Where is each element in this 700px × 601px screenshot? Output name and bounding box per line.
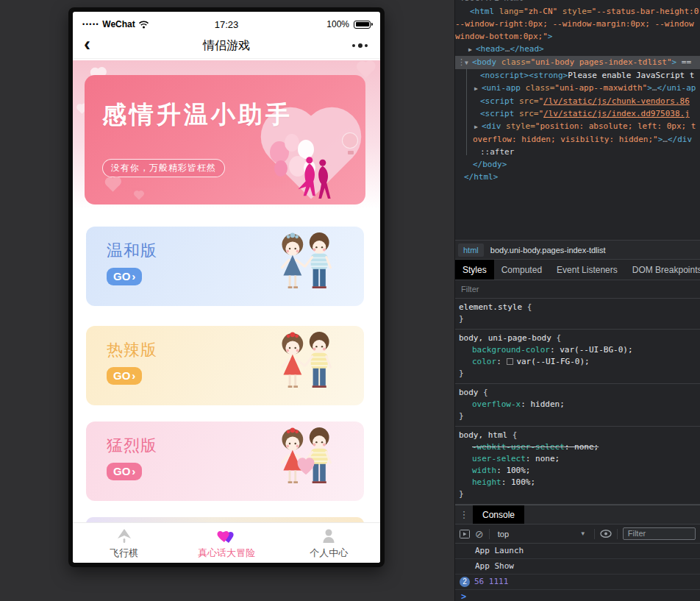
- phone-frame: ••••• WeChat 17:23 100% ‹ 情侣游戏: [68, 7, 385, 567]
- css-property[interactable]: width: 100%;: [459, 465, 699, 477]
- go-button[interactable]: GO›: [107, 463, 142, 480]
- tab-computed[interactable]: Computed: [494, 260, 549, 280]
- card-mild-version[interactable]: 温和版 GO›: [86, 227, 364, 306]
- css-property[interactable]: -webkit-user-select: none;: [459, 441, 699, 453]
- css-property[interactable]: color: var(--UI-FG-0);: [459, 356, 699, 368]
- breadcrumb: html body.uni-body.pages-index-tdlist: [455, 240, 700, 260]
- css-rule[interactable]: body, uni-page-body {background-color: v…: [455, 330, 700, 384]
- elements-tree-line[interactable]: ⋮▼<body class="uni-body pages-index-tdli…: [455, 56, 700, 69]
- elements-tree-line[interactable]: ::after: [455, 146, 700, 158]
- elements-tree-line[interactable]: ▶<div style="position: absolute; left: 0…: [455, 120, 700, 133]
- console-sidebar-icon[interactable]: [460, 530, 470, 538]
- heart-decoration-icon: [106, 178, 119, 191]
- go-button[interactable]: GO›: [107, 367, 142, 385]
- go-button[interactable]: GO›: [107, 268, 142, 285]
- console-tab-row: ⋮ Console: [455, 505, 700, 524]
- back-chevron-icon[interactable]: ‹: [84, 32, 90, 57]
- chevron-down-icon: ▼: [580, 530, 586, 537]
- heart-decoration-icon: [135, 191, 143, 199]
- css-property[interactable]: background-color: var(--UI-BG-0);: [459, 344, 699, 356]
- couple-illustration: [274, 425, 339, 499]
- page-title: 情侣游戏: [73, 34, 380, 57]
- console-log-row[interactable]: App Show: [455, 559, 700, 575]
- console-context-select[interactable]: top ▼: [495, 530, 589, 538]
- phone-screen: ••••• WeChat 17:23 100% ‹ 情侣游戏: [73, 12, 380, 563]
- css-rule[interactable]: element.style {}: [455, 299, 700, 330]
- elements-tree-line[interactable]: <script src="/lv/static/js/chunk-vendors…: [455, 95, 700, 107]
- elements-tree-line[interactable]: </body>: [455, 158, 700, 171]
- nav-bar: ‹ 情侣游戏: [73, 34, 380, 59]
- screenshot-stage: ••••• WeChat 17:23 100% ‹ 情侣游戏: [0, 0, 700, 601]
- css-property[interactable]: height: 100%;: [459, 477, 699, 488]
- chevron-right-icon: ›: [132, 465, 135, 477]
- chevron-right-icon: ›: [132, 270, 135, 282]
- tab-truth-or-dare[interactable]: 真心话大冒险: [175, 523, 277, 563]
- expand-arrow-icon[interactable]: ▶: [474, 121, 482, 133]
- elements-tree-line[interactable]: </html>: [455, 171, 700, 183]
- inspector-tabs: Styles Computed Event Listeners DOM Brea…: [455, 260, 700, 280]
- color-swatch[interactable]: [507, 358, 513, 365]
- repeat-count-badge: 2: [460, 577, 470, 587]
- clear-console-icon[interactable]: ⊘: [475, 529, 484, 539]
- expand-arrow-icon[interactable]: ▶: [474, 82, 482, 95]
- elements-tree-line[interactable]: <html lang="zh-CN" style="--status-bar-h…: [455, 5, 700, 18]
- double-heart-icon: [217, 528, 236, 544]
- tree-indent-guide: [466, 68, 467, 155]
- card-intense-version[interactable]: 猛烈版 GO›: [86, 422, 364, 501]
- tab-styles[interactable]: Styles: [455, 260, 494, 280]
- elements-tree-line[interactable]: <noscript><strong>Please enable JavaScri…: [455, 69, 700, 82]
- elements-tree-line[interactable]: <script src="/lv/static/js/index.dd97503…: [455, 107, 700, 120]
- elements-tree-line[interactable]: overflow: hidden; visibility: hidden;">……: [455, 133, 700, 146]
- devtools-panel: <!DOCTYPE html> <html lang="zh-CN" style…: [454, 0, 700, 601]
- card-title: 猛烈版: [107, 435, 157, 457]
- elements-tree-line[interactable]: ▶<head>…</head>: [455, 43, 700, 56]
- css-property[interactable]: overflow-x: hidden;: [459, 399, 699, 410]
- elements-tree-line[interactable]: --window-right:0px; --window-margin:0px;…: [455, 18, 700, 30]
- dancing-couple-silhouette: [295, 154, 335, 202]
- status-bar: ••••• WeChat 17:23 100%: [73, 12, 380, 34]
- couple-illustration: [274, 330, 339, 403]
- card-title: 热辣版: [107, 339, 157, 361]
- console-log-row[interactable]: App Launch: [455, 544, 700, 559]
- elements-tree: <!DOCTYPE html> <html lang="zh-CN" style…: [455, 0, 700, 240]
- tab-dom-breakpoints[interactable]: DOM Breakpoints: [625, 260, 700, 280]
- couple-illustration: [274, 230, 339, 304]
- clipped-doctype-line: <!DOCTYPE html>: [455, 0, 700, 5]
- promo-banner[interactable]: 感情升温小助手 没有你，万般精彩皆枉然: [85, 75, 365, 205]
- bottom-tab-bar: 飞行棋 真心话大冒险 个人中心: [73, 522, 380, 563]
- elements-tree-line[interactable]: window-bottom:0px;">: [455, 30, 700, 43]
- hover-menu-dots-icon[interactable]: ⋮: [457, 56, 465, 68]
- battery-icon: [354, 21, 371, 29]
- live-expression-eye-icon[interactable]: [600, 530, 612, 538]
- banner-title: 感情升温小助手: [102, 99, 293, 132]
- chevron-right-icon: ›: [132, 369, 135, 382]
- card-spicy-version[interactable]: 热辣版 GO›: [86, 326, 364, 405]
- wechat-menu-dots-icon[interactable]: [352, 43, 368, 48]
- styles-filter-input[interactable]: Filter: [455, 280, 700, 299]
- plane-icon: [115, 528, 133, 544]
- console-drawer: ⋮ Console ⊘ top ▼: [455, 505, 700, 601]
- banner-tagline-pill: 没有你，万般精彩皆枉然: [102, 159, 225, 177]
- tab-flying-chess[interactable]: 飞行棋: [73, 523, 175, 563]
- console-filter-input[interactable]: Filter: [623, 527, 696, 540]
- card-title: 温和版: [107, 240, 157, 262]
- tab-console[interactable]: Console: [473, 505, 524, 524]
- tab-personal-center[interactable]: 个人中心: [278, 523, 380, 563]
- clock-label: 17:23: [73, 19, 380, 30]
- css-property[interactable]: user-select: none;: [459, 453, 699, 465]
- breadcrumb-html[interactable]: html: [458, 243, 484, 257]
- console-toolbar: ⊘ top ▼ Filter: [455, 524, 700, 544]
- console-log-row[interactable]: 2 56 1111: [455, 575, 700, 590]
- hot-air-balloon-icon: [342, 132, 360, 157]
- css-rule[interactable]: body, html {-webkit-user-select: none;us…: [455, 427, 700, 505]
- kebab-menu-icon[interactable]: ⋮: [455, 505, 473, 524]
- person-icon: [321, 528, 337, 544]
- expand-arrow-icon[interactable]: ▶: [468, 43, 476, 56]
- elements-tree-line[interactable]: ▶<uni-app class="uni-app--maxwidth">…</u…: [455, 82, 700, 95]
- breadcrumb-body[interactable]: body.uni-body.pages-index-tdlist: [490, 246, 606, 255]
- console-prompt[interactable]: >: [455, 590, 700, 601]
- css-rule[interactable]: body {overflow-x: hidden;}: [455, 384, 700, 427]
- tab-event-listeners[interactable]: Event Listeners: [549, 260, 625, 280]
